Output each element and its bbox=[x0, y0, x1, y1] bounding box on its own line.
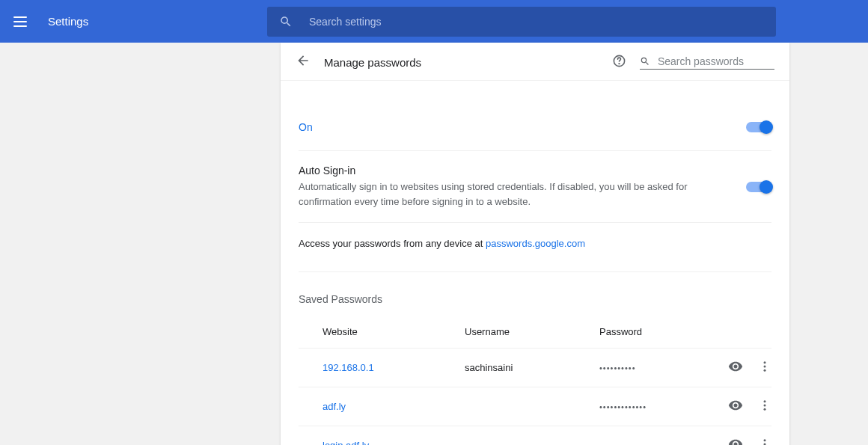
website-link[interactable]: login.adf.ly bbox=[323, 440, 465, 445]
password-search-input[interactable] bbox=[658, 55, 774, 67]
svg-point-6 bbox=[764, 405, 766, 407]
top-bar: Settings bbox=[0, 0, 868, 43]
search-icon bbox=[279, 15, 293, 28]
svg-point-3 bbox=[764, 366, 766, 368]
search-settings-input[interactable] bbox=[309, 16, 764, 28]
password-search-box[interactable] bbox=[640, 55, 774, 70]
svg-point-8 bbox=[764, 439, 766, 441]
svg-point-2 bbox=[764, 361, 766, 363]
table-row: adf.ly ••••••••••••• bbox=[299, 387, 771, 426]
more-actions-icon[interactable] bbox=[758, 399, 771, 414]
password-cell: ••••••••••••• bbox=[599, 441, 704, 446]
auto-signin-description: Automatically sign in to websites using … bbox=[299, 179, 703, 209]
col-password-header: Password bbox=[599, 326, 704, 337]
col-website-header: Website bbox=[323, 326, 465, 337]
auto-signin-toggle[interactable] bbox=[746, 182, 771, 192]
search-icon bbox=[640, 55, 650, 67]
svg-point-7 bbox=[764, 408, 766, 411]
hamburger-menu-icon[interactable] bbox=[13, 13, 31, 31]
help-icon[interactable] bbox=[612, 54, 626, 71]
table-row: 192.168.0.1 sachinsaini •••••••••• bbox=[299, 348, 771, 387]
saved-passwords-title: Saved Passwords bbox=[299, 293, 771, 305]
access-text: Access your passwords from any device at bbox=[299, 238, 486, 249]
svg-point-5 bbox=[764, 400, 766, 402]
card-header: Manage passwords bbox=[281, 43, 789, 81]
website-link[interactable]: 192.168.0.1 bbox=[323, 362, 465, 373]
passwords-table: Website Username Password 192.168.0.1 sa… bbox=[299, 320, 771, 445]
on-label: On bbox=[299, 121, 313, 133]
website-link[interactable]: adf.ly bbox=[323, 401, 465, 412]
auto-signin-row: Auto Sign-in Automatically sign in to we… bbox=[299, 151, 771, 223]
main-content-card: Manage passwords On Auto Sign-in Automat… bbox=[281, 43, 789, 445]
back-arrow-icon[interactable] bbox=[296, 53, 311, 71]
show-password-icon[interactable] bbox=[728, 359, 743, 376]
on-toggle-row: On bbox=[299, 103, 771, 151]
search-settings-box[interactable] bbox=[267, 7, 776, 37]
table-row: login.adf.ly ••••••••••••• bbox=[299, 426, 771, 445]
access-passwords-row: Access your passwords from any device at… bbox=[299, 223, 771, 272]
password-cell: •••••••••• bbox=[599, 363, 704, 372]
username-cell: sachinsaini bbox=[465, 362, 599, 373]
settings-section: On Auto Sign-in Automatically sign in to… bbox=[281, 103, 789, 445]
page-title: Manage passwords bbox=[324, 56, 612, 69]
table-header: Website Username Password bbox=[299, 320, 771, 348]
app-title: Settings bbox=[48, 15, 88, 28]
show-password-icon[interactable] bbox=[728, 398, 743, 415]
password-cell: ••••••••••••• bbox=[599, 402, 704, 411]
more-actions-icon[interactable] bbox=[758, 360, 771, 375]
offer-save-toggle[interactable] bbox=[746, 122, 771, 132]
svg-point-4 bbox=[764, 369, 766, 372]
show-password-icon[interactable] bbox=[728, 437, 743, 445]
more-actions-icon[interactable] bbox=[758, 438, 771, 445]
auto-signin-title: Auto Sign-in bbox=[299, 165, 731, 177]
passwords-google-link[interactable]: passwords.google.com bbox=[486, 238, 585, 249]
col-username-header: Username bbox=[465, 326, 599, 337]
svg-point-1 bbox=[619, 63, 620, 64]
saved-passwords-section: Saved Passwords Website Username Passwor… bbox=[299, 272, 771, 445]
